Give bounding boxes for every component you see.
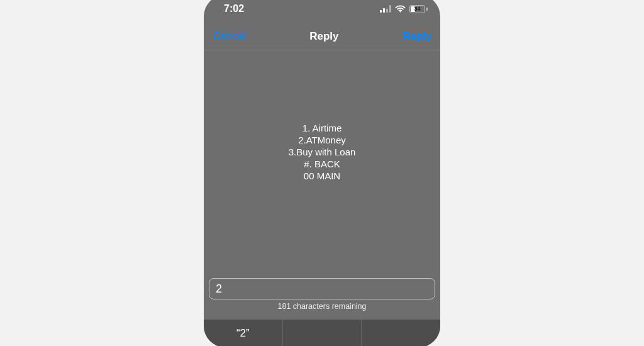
menu-line: 1. Airtime	[289, 122, 356, 134]
ussd-menu-text: 1. Airtime 2.ATMoney 3.Buy with Loan #. …	[289, 122, 356, 182]
nav-title: Reply	[309, 30, 338, 43]
svg-rect-2	[386, 9, 388, 13]
keyboard-suggestion[interactable]	[362, 320, 440, 346]
content-area: 1. Airtime 2.ATMoney 3.Buy with Loan #. …	[204, 50, 440, 346]
wifi-icon	[395, 5, 406, 13]
characters-remaining: 181 characters remaining	[209, 299, 435, 316]
cancel-button[interactable]: Cancel	[213, 30, 246, 43]
cellular-signal-icon	[380, 5, 391, 13]
reply-button[interactable]: Reply	[402, 30, 431, 43]
svg-rect-1	[383, 8, 385, 13]
battery-percent-text: 34	[410, 6, 425, 13]
phone-frame: 7:02 34 Cancel Reply Re	[204, 0, 440, 346]
keyboard-suggestion[interactable]	[283, 320, 362, 346]
status-bar: 7:02 34	[204, 0, 440, 23]
menu-line: #. BACK	[289, 158, 356, 170]
status-time: 7:02	[224, 3, 244, 14]
ussd-menu: 1. Airtime 2.ATMoney 3.Buy with Loan #. …	[204, 50, 440, 278]
nav-bar: Cancel Reply Reply	[204, 23, 440, 50]
menu-line: 2.ATMoney	[289, 134, 356, 146]
reply-input[interactable]	[209, 278, 435, 299]
input-area: 181 characters remaining	[204, 278, 440, 320]
menu-line: 3.Buy with Loan	[289, 146, 356, 158]
svg-rect-0	[380, 10, 382, 13]
svg-point-4	[400, 11, 401, 13]
keyboard-suggestion-bar: “2”	[204, 320, 440, 346]
keyboard-suggestion[interactable]: “2”	[204, 320, 283, 346]
svg-rect-3	[389, 5, 391, 13]
menu-line: 00 MAIN	[289, 170, 356, 182]
battery-icon: 34	[409, 5, 428, 13]
status-right: 34	[380, 5, 428, 13]
